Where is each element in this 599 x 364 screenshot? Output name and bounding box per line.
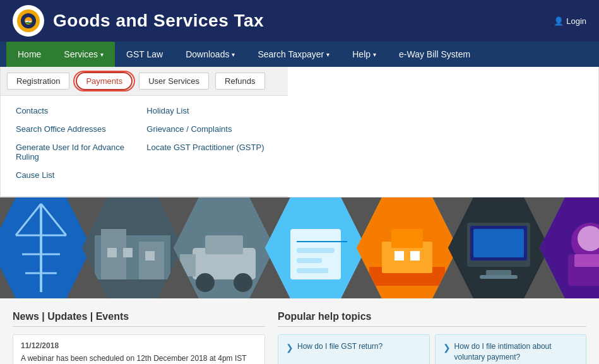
help-grid: ❯ How do I file GST return? ❯ How do I f… [278, 334, 586, 364]
submenu-tabs: Registration Payments User Services Refu… [1, 67, 288, 96]
banner-img-1 [0, 197, 92, 298]
dropdown-links: Contacts Search Office Addresses Generat… [1, 96, 288, 196]
svg-text:🇮🇳: 🇮🇳 [25, 18, 32, 25]
news-section: News | Updates | Events 11/12/2018 A web… [13, 311, 265, 364]
page-header: 🇮🇳 Goods and Services Tax 👤 Login [0, 0, 599, 42]
help-section-title: Popular help topics [278, 311, 586, 327]
login-button[interactable]: 👤 Login [554, 16, 586, 26]
help-caret-icon: ▾ [373, 51, 376, 58]
nav-eway[interactable]: e-Way Bill System [388, 42, 482, 67]
help-label-2: How do I file intimation about voluntary… [454, 341, 579, 363]
banner-img-4 [265, 197, 366, 298]
svg-rect-30 [297, 268, 328, 273]
nav-home[interactable]: Home [6, 42, 52, 67]
nav-services[interactable]: Services ▾ [52, 42, 115, 67]
svg-rect-24 [180, 254, 196, 276]
site-title: Goods and Services Tax [53, 11, 264, 31]
tab-user-services[interactable]: User Services [139, 73, 209, 90]
svg-rect-35 [394, 251, 404, 261]
nav-help-label: Help [352, 49, 371, 59]
link-contacts[interactable]: Contacts [13, 102, 144, 119]
services-caret-icon: ▾ [100, 51, 104, 58]
news-item-1: 11/12/2018 A webinar has been scheduled … [13, 334, 265, 364]
svg-rect-18 [145, 251, 155, 261]
svg-rect-34 [391, 229, 423, 248]
svg-rect-17 [123, 248, 133, 257]
tab-registration[interactable]: Registration [7, 73, 69, 90]
banner-img-6 [448, 197, 549, 298]
help-arrow-icon-2: ❯ [443, 342, 451, 355]
svg-rect-16 [107, 248, 117, 257]
banner-img-5 [357, 197, 458, 298]
svg-point-23 [234, 273, 252, 292]
help-section: Popular help topics ❯ How do I file GST … [278, 311, 586, 364]
banner-img-7 [540, 197, 599, 298]
services-dropdown: Registration Payments User Services Refu… [0, 67, 599, 197]
link-search-office[interactable]: Search Office Addresses [13, 120, 144, 138]
nav-search-taxpayer[interactable]: Search Taxpayer ▾ [246, 42, 341, 67]
search-taxpayer-caret-icon: ▾ [326, 51, 329, 58]
nav-downloads[interactable]: Downloads ▾ [174, 42, 246, 67]
svg-rect-5 [0, 197, 92, 298]
svg-rect-29 [297, 258, 322, 263]
login-icon: 👤 [554, 16, 564, 26]
news-section-title: News | Updates | Events [13, 311, 265, 327]
news-date-1: 11/12/2018 [21, 341, 257, 350]
login-label[interactable]: Login [566, 16, 586, 26]
link-holiday-list[interactable]: Holiday List [144, 102, 275, 119]
downloads-caret-icon: ▾ [232, 51, 235, 58]
nav-eway-label: e-Way Bill System [399, 49, 470, 59]
svg-rect-36 [410, 251, 420, 261]
header-brand: 🇮🇳 Goods and Services Tax [13, 5, 264, 37]
svg-rect-47 [574, 254, 599, 267]
nav-downloads-label: Downloads [186, 49, 229, 59]
svg-rect-42 [480, 275, 518, 279]
help-item-2[interactable]: ❯ How do I file intimation about volunta… [435, 334, 587, 364]
svg-rect-28 [297, 248, 335, 253]
nav-services-label: Services [64, 49, 98, 59]
dropdown-col-2: Holiday List Grievance / Complaints Loca… [144, 102, 275, 184]
nav-help[interactable]: Help ▾ [341, 42, 388, 67]
nav-home-label: Home [18, 49, 41, 59]
news-text-1: A webinar has been scheduled on 12th Dec… [21, 353, 257, 364]
link-grievance[interactable]: Grievance / Complaints [144, 120, 275, 138]
banner-img-2 [82, 197, 183, 298]
nav-search-taxpayer-label: Search Taxpayer [258, 49, 324, 59]
help-label-1: How do I file GST return? [297, 341, 383, 352]
logo-emblem: 🇮🇳 [13, 5, 44, 37]
nav-gst-law-label: GST Law [126, 49, 163, 59]
link-generate-userid[interactable]: Generate User Id for Advance Ruling [13, 139, 144, 165]
help-item-1[interactable]: ❯ How do I file GST return? [278, 334, 430, 364]
tab-refunds[interactable]: Refunds [215, 73, 264, 90]
banner-img-3 [174, 197, 275, 298]
svg-rect-40 [473, 229, 524, 257]
tab-payments[interactable]: Payments [76, 72, 133, 90]
svg-point-22 [196, 273, 215, 292]
banner-images [0, 197, 599, 298]
link-cause-list[interactable]: Cause List [13, 167, 144, 184]
link-locate-gst[interactable]: Locate GST Practitioner (GSTP) [144, 139, 275, 156]
nav-bar: Home Services ▾ GST Law Downloads ▾ Sear… [0, 42, 599, 67]
dropdown-col-1: Contacts Search Office Addresses Generat… [13, 102, 144, 184]
nav-gst-law[interactable]: GST Law [115, 42, 174, 67]
svg-rect-21 [205, 235, 243, 254]
help-arrow-icon-1: ❯ [286, 342, 294, 355]
main-content: News | Updates | Events 11/12/2018 A web… [0, 298, 599, 364]
